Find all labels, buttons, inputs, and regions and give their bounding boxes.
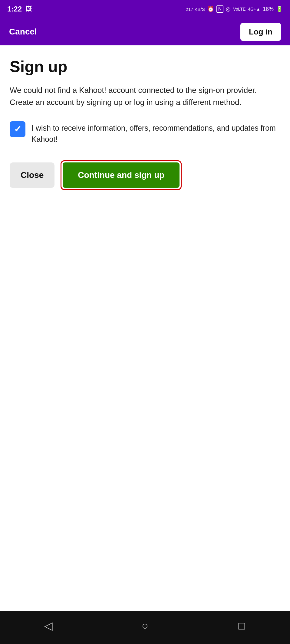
- page-title: Sign up: [10, 57, 280, 76]
- network-icon: 4G+▲: [248, 7, 260, 11]
- location-icon: ◎: [226, 6, 231, 12]
- nfc-icon: N: [216, 5, 224, 13]
- cancel-button[interactable]: Cancel: [9, 27, 37, 37]
- login-button[interactable]: Log in: [240, 23, 281, 41]
- image-icon: 🖼: [25, 5, 32, 13]
- description-text: We could not find a Kahoot! account conn…: [10, 84, 280, 109]
- nav-bar: [0, 611, 290, 644]
- status-bar-left: 1:22 🖼: [7, 5, 32, 13]
- checkbox-label: I wish to receive information, offers, r…: [31, 121, 280, 145]
- data-speed: 217 KB/S: [186, 7, 205, 12]
- checkbox-row: ✓ I wish to receive information, offers,…: [10, 121, 280, 145]
- recent-nav-icon[interactable]: [232, 617, 251, 635]
- checkbox-checkmark: ✓: [14, 125, 21, 134]
- back-nav-icon[interactable]: [39, 617, 58, 635]
- battery-icon: 🔋: [276, 6, 283, 12]
- header: Cancel Log in: [0, 18, 290, 45]
- home-nav-icon[interactable]: [136, 617, 154, 635]
- status-bar: 1:22 🖼 217 KB/S ⏰ N ◎ VoLTE 4G+▲ 16% 🔋: [0, 0, 290, 18]
- status-time: 1:22: [7, 5, 22, 13]
- volte-icon: VoLTE: [233, 7, 246, 11]
- battery-percent: 16%: [263, 6, 274, 12]
- continue-signup-button[interactable]: Continue and sign up: [63, 162, 180, 188]
- continue-button-highlight: Continue and sign up: [61, 160, 182, 190]
- main-content: Sign up We could not find a Kahoot! acco…: [0, 45, 290, 611]
- status-bar-right: 217 KB/S ⏰ N ◎ VoLTE 4G+▲ 16% 🔋: [186, 5, 283, 13]
- button-row: Close Continue and sign up: [10, 160, 280, 190]
- alarm-icon: ⏰: [207, 6, 214, 12]
- newsletter-checkbox[interactable]: ✓: [10, 121, 25, 137]
- close-button[interactable]: Close: [10, 162, 54, 188]
